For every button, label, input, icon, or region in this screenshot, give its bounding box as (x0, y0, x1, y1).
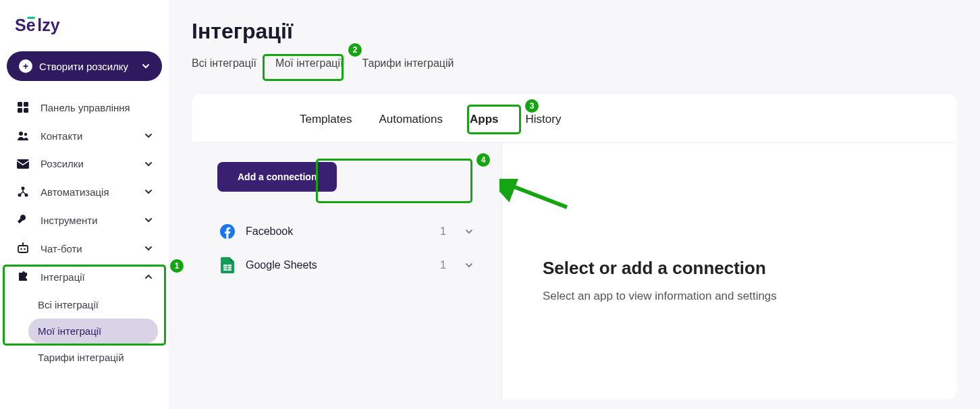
sidebar-item-campaigns[interactable]: Розсилки (7, 150, 162, 178)
connections-panel: Add a connection Facebook 1 Google (192, 143, 502, 400)
chevron-down-icon (465, 227, 473, 236)
svg-rect-6 (18, 108, 22, 113)
top-tabs: Всі інтеграції Мої інтеграції Тарифи інт… (192, 57, 957, 76)
tab-all-integrations[interactable]: Всі інтеграції (192, 57, 256, 76)
subnav-pricing-integrations[interactable]: Тарифи інтеграцій (28, 345, 158, 370)
chevron-down-icon (144, 132, 153, 140)
card-tab-automations[interactable]: Automations (379, 113, 443, 126)
page-title: Інтеграції (192, 19, 957, 44)
svg-point-15 (20, 248, 22, 250)
chevron-down-icon (142, 62, 150, 70)
puzzle-icon (16, 271, 30, 283)
integrations-card: Templates Automations Apps History Add a… (192, 94, 957, 400)
card-tab-apps[interactable]: Apps (470, 113, 499, 126)
svg-point-16 (24, 248, 26, 250)
svg-rect-2 (27, 17, 35, 19)
sidebar-item-label: Автоматизація (40, 186, 109, 198)
dashboard-icon (16, 101, 30, 113)
sidebar-item-label: Інструменти (40, 215, 98, 226)
svg-text:lzy: lzy (37, 16, 59, 34)
create-campaign-label: Створити розсилку (39, 61, 128, 72)
sidebar-item-integrations[interactable]: Інтеграції (7, 263, 162, 291)
facebook-icon (220, 224, 235, 239)
card-tab-history[interactable]: History (525, 113, 561, 126)
connection-name: Google Sheets (246, 259, 317, 271)
svg-point-9 (24, 133, 27, 136)
connection-row-gsheets[interactable]: Google Sheets 1 (208, 248, 485, 282)
svg-rect-14 (18, 246, 28, 252)
contacts-icon (16, 130, 30, 142)
svg-point-18 (22, 242, 24, 244)
card-tabs: Templates Automations Apps History (192, 94, 957, 143)
svg-text:S: S (15, 16, 26, 34)
detail-title: Select or add a connection (543, 258, 930, 279)
chevron-down-icon (465, 261, 473, 269)
automation-icon (16, 186, 30, 198)
subnav-my-integrations[interactable]: Мої інтеграції (28, 319, 158, 344)
card-tab-templates[interactable]: Templates (300, 113, 352, 126)
sidebar-item-tools[interactable]: Інструменти (7, 206, 162, 234)
svg-point-8 (19, 132, 23, 136)
subnav-all-integrations[interactable]: Всі інтеграції (28, 292, 158, 317)
connection-count: 1 (440, 225, 446, 238)
chevron-up-icon (144, 273, 153, 281)
sidebar-item-label: Панель управління (40, 102, 130, 113)
tab-my-integrations[interactable]: Мої інтеграції (275, 57, 344, 76)
google-sheets-icon (220, 258, 235, 273)
logo: S e lzy (7, 12, 162, 51)
svg-rect-10 (17, 159, 29, 169)
annotation-badge-2: 2 (348, 43, 362, 57)
create-campaign-button[interactable]: + Створити розсилку (7, 51, 162, 81)
plus-icon: + (19, 59, 32, 73)
sidebar-item-automation[interactable]: Автоматизація (7, 178, 162, 206)
add-connection-button[interactable]: Add a connection (217, 162, 337, 192)
connection-count: 1 (440, 259, 446, 271)
sidebar: S e lzy + Створити розсилку Панель управ… (0, 0, 169, 409)
sidebar-item-dashboard[interactable]: Панель управління (7, 93, 162, 121)
chevron-down-icon (144, 160, 153, 168)
sidebar-item-contacts[interactable]: Контакти (7, 121, 162, 150)
integrations-submenu: Всі інтеграції Мої інтеграції Тарифи інт… (7, 292, 162, 370)
chevron-down-icon (144, 188, 153, 196)
svg-rect-5 (24, 102, 28, 107)
sidebar-item-label: Контакти (40, 130, 82, 142)
detail-subtitle: Select an app to view information and se… (543, 290, 930, 303)
main-content: Інтеграції Всі інтеграції Мої інтеграції… (169, 0, 980, 409)
connection-row-facebook[interactable]: Facebook 1 (208, 215, 485, 248)
svg-rect-7 (24, 108, 28, 113)
sidebar-item-chatbots[interactable]: Чат-боти (7, 234, 162, 263)
bot-icon (16, 242, 30, 254)
svg-point-11 (22, 187, 25, 190)
chevron-down-icon (144, 244, 153, 252)
mail-icon (16, 159, 30, 169)
chevron-down-icon (144, 216, 153, 224)
sidebar-item-label: Розсилки (40, 158, 84, 169)
connection-name: Facebook (246, 225, 293, 238)
connection-detail-panel: Select or add a connection Select an app… (502, 143, 957, 400)
tab-pricing-integrations[interactable]: Тарифи інтеграцій (362, 57, 454, 76)
sidebar-item-label: Інтеграції (40, 271, 85, 283)
sidebar-item-label: Чат-боти (40, 243, 82, 254)
tools-icon (16, 214, 30, 226)
svg-rect-4 (18, 102, 22, 107)
